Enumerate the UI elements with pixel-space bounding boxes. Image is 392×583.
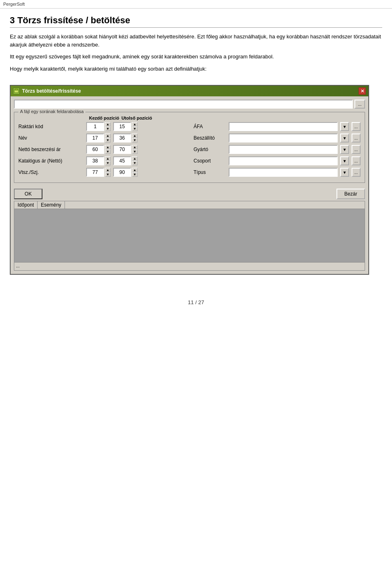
paragraph-1: Ez az ablak szolgál a korábban sokat hiá…	[10, 33, 382, 49]
dropdown-browse-csoport[interactable]: ...	[352, 156, 361, 165]
start-input-raktari[interactable]	[86, 122, 104, 131]
start-input-nev[interactable]	[86, 134, 104, 142]
end-input-katalogus[interactable]	[113, 156, 131, 165]
label-nev: Név	[18, 135, 84, 141]
spin-up-end-netto[interactable]: ▲	[132, 145, 138, 149]
end-input-netto[interactable]	[113, 145, 131, 154]
spin-btns-end-raktari: ▲ ▼	[132, 122, 138, 131]
spin-down-end-vtsz[interactable]: ▼	[132, 172, 138, 177]
spin-up-end-katalogus[interactable]: ▲	[132, 156, 138, 161]
dropdown-arrow-beszallito[interactable]: ▼	[340, 134, 349, 142]
spin-btns-start-netto: ▲ ▼	[105, 145, 111, 154]
dropdown-browse-tipus[interactable]: ...	[352, 168, 361, 177]
label-afa: ÁFA	[194, 124, 226, 129]
spin-down-start-netto[interactable]: ▼	[105, 149, 111, 154]
dropdown-row-tipus: Típus ▼ ...	[194, 168, 361, 177]
dropdown-input-gyarto[interactable]	[229, 145, 338, 154]
spin-btns-start-raktari: ▲ ▼	[105, 122, 111, 131]
spin-start-netto: ▲ ▼	[86, 145, 111, 154]
label-gyarto: Gyártó	[194, 147, 226, 152]
start-input-katalogus[interactable]	[86, 156, 104, 165]
spin-up-end-vtsz[interactable]: ▲	[132, 168, 138, 172]
dialog-icon	[13, 88, 20, 94]
spin-down-start-vtsz[interactable]: ▼	[105, 172, 111, 177]
ok-button[interactable]: OK	[14, 189, 42, 199]
dialog-titlebar: Törzs betöltése/frissítése ✕	[11, 86, 368, 96]
dialog-body: ... A fájl egy sorának feldarabolása Kez…	[11, 96, 368, 274]
paragraph-2: Itt egy egyszerű szöveges fájlt kell meg…	[10, 53, 382, 61]
spin-up-start-katalogus[interactable]: ▲	[105, 156, 111, 161]
label-beszallito: Beszállító	[194, 135, 226, 141]
dropdown-row-gyarto: Gyártó ▼ ...	[194, 145, 361, 154]
end-input-nev[interactable]	[113, 134, 131, 142]
dropdown-input-afa[interactable]	[229, 122, 338, 131]
dropdown-row-csoport: Csoport ▼ ...	[194, 156, 361, 165]
dropdown-browse-beszallito[interactable]: ...	[352, 134, 361, 142]
log-col-esemeny: Esemény	[38, 201, 65, 209]
field-row-netto: Nettó beszerzési ár ▲ ▼	[18, 145, 185, 154]
log-footer: ...	[14, 262, 365, 270]
spin-btns-end-nev: ▲ ▼	[132, 134, 138, 142]
field-row-katalogus: Katalógus ár (Nettó) ▲ ▼	[18, 156, 185, 165]
right-column: ÁFA ▼ ... Beszállító ▼ ...	[194, 122, 361, 179]
spin-up-start-netto[interactable]: ▲	[105, 145, 111, 149]
spin-up-start-vtsz[interactable]: ▲	[105, 168, 111, 172]
file-path-input[interactable]	[14, 100, 353, 109]
spin-btns-end-katalogus: ▲ ▼	[132, 156, 138, 165]
log-body	[14, 209, 365, 262]
col-header-start: Kezdő pozíció	[88, 116, 120, 120]
label-tipus: Típus	[194, 169, 226, 175]
left-column: Raktári kód ▲ ▼	[18, 122, 194, 179]
button-row: OK Bezár	[14, 186, 365, 201]
field-section-box: A fájl egy sorának feldarabolása Kezdő p…	[14, 112, 365, 183]
end-input-vtsz[interactable]	[113, 168, 131, 177]
label-vtsz: Vtsz./Szj.	[18, 169, 84, 175]
file-path-row: ...	[14, 100, 365, 109]
spin-up-start-nev[interactable]: ▲	[105, 134, 111, 138]
dropdown-arrow-gyarto[interactable]: ▼	[340, 145, 349, 154]
spin-down-end-raktari[interactable]: ▼	[132, 127, 138, 131]
label-katalogus: Katalógus ár (Nettó)	[18, 158, 84, 164]
two-columns: Raktári kód ▲ ▼	[18, 122, 361, 179]
dropdown-row-afa: ÁFA ▼ ...	[194, 122, 361, 131]
label-csoport: Csoport	[194, 158, 226, 164]
spin-down-start-raktari[interactable]: ▼	[105, 127, 111, 131]
file-browse-button[interactable]: ...	[354, 100, 365, 109]
spin-down-end-netto[interactable]: ▼	[132, 149, 138, 154]
field-row-nev: Név ▲ ▼	[18, 134, 185, 142]
log-header: Időpont Esemény	[14, 201, 365, 209]
svg-rect-1	[15, 89, 18, 90]
col-header-end: Utolső pozíció	[120, 116, 153, 120]
spin-start-nev: ▲ ▼	[86, 134, 111, 142]
dialog-close-button[interactable]: ✕	[359, 87, 366, 95]
dropdown-input-csoport[interactable]	[229, 156, 338, 165]
dialog: Törzs betöltése/frissítése ✕ ... A fájl …	[10, 85, 369, 275]
dropdown-browse-afa[interactable]: ...	[352, 122, 361, 131]
spin-down-start-katalogus[interactable]: ▼	[105, 161, 111, 165]
spin-up-start-raktari[interactable]: ▲	[105, 122, 111, 127]
spin-end-katalogus: ▲ ▼	[113, 156, 138, 165]
spin-down-end-katalogus[interactable]: ▼	[132, 161, 138, 165]
dropdown-arrow-csoport[interactable]: ▼	[340, 156, 349, 165]
section-title: 3 Törzs frissítése / betöltése	[10, 15, 382, 28]
spin-down-end-nev[interactable]: ▼	[132, 138, 138, 142]
log-col-idopont: Időpont	[14, 201, 38, 209]
dropdown-browse-gyarto[interactable]: ...	[352, 145, 361, 154]
dropdown-input-beszallito[interactable]	[229, 134, 338, 142]
paragraph-3: Hogy melyik karaktertől, melyik karakter…	[10, 65, 382, 73]
spin-down-start-nev[interactable]: ▼	[105, 138, 111, 142]
spin-btns-start-katalogus: ▲ ▼	[105, 156, 111, 165]
spin-btns-end-netto: ▲ ▼	[132, 145, 138, 154]
dialog-title: Törzs betöltése/frissítése	[22, 88, 81, 94]
close-button[interactable]: Bezár	[336, 189, 365, 199]
spin-up-end-raktari[interactable]: ▲	[132, 122, 138, 127]
dropdown-input-tipus[interactable]	[229, 168, 338, 177]
spin-up-end-nev[interactable]: ▲	[132, 134, 138, 138]
end-input-raktari[interactable]	[113, 122, 131, 131]
start-input-netto[interactable]	[86, 145, 104, 154]
page-footer: 11 / 27	[10, 299, 382, 314]
dropdown-arrow-tipus[interactable]: ▼	[340, 168, 349, 177]
start-input-vtsz[interactable]	[86, 168, 104, 177]
dropdown-arrow-afa[interactable]: ▼	[340, 122, 349, 131]
column-headers: Kezdő pozíció Utolső pozíció	[18, 116, 361, 120]
